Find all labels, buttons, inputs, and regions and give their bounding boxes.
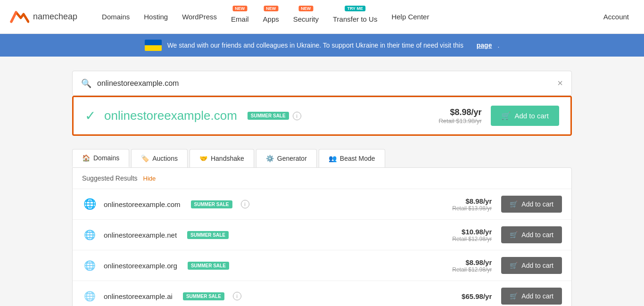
- featured-retail-price: Retail $13.98/yr: [438, 117, 481, 124]
- results-container: Suggested Results Hide 🌐 onlinestoreexam…: [72, 167, 572, 306]
- nav-item-hosting[interactable]: Hosting: [138, 9, 173, 25]
- info-icon-3[interactable]: i: [233, 292, 241, 300]
- result-price-0: $8.98/yr Retail $13.98/yr: [452, 197, 492, 212]
- cart-icon-1: 🛒: [510, 231, 518, 239]
- table-row: 🌐 onlinestoreexample.ai SUMMER SALE i $6…: [73, 281, 571, 306]
- nav-account-label: Account: [603, 13, 629, 21]
- retail-0: Retail $13.98/yr: [452, 205, 492, 212]
- add-to-cart-label-3: Add to cart: [521, 292, 553, 300]
- search-area: 🔍 onlinestoreexample.com × ✓ onlinestore…: [72, 71, 572, 136]
- tab-beast-mode-icon: 👥: [329, 155, 337, 162]
- result-domain-1: onlinestoreexample.net SUMMER SALE: [104, 231, 452, 239]
- nav-item-wordpress[interactable]: WordPress: [176, 9, 223, 25]
- price-1: $10.98/yr: [452, 228, 492, 236]
- nav-item-apps[interactable]: NEW Apps: [257, 7, 285, 27]
- add-to-cart-label-0: Add to cart: [521, 200, 553, 208]
- ukraine-banner: We stand with our friends and colleagues…: [0, 34, 644, 57]
- flag-yellow: [145, 45, 162, 51]
- domain-icon-1: 🌐: [82, 227, 97, 242]
- tab-handshake[interactable]: 🤝 Handshake: [190, 149, 254, 167]
- tab-domains[interactable]: 🏠 Domains: [72, 149, 129, 167]
- retail-2: Retail $12.98/yr: [452, 266, 492, 273]
- featured-add-to-cart-label: Add to cart: [514, 112, 549, 120]
- tab-beast-mode[interactable]: 👥 Beast Mode: [319, 149, 385, 167]
- nav-apps-badge: NEW: [264, 6, 278, 11]
- domain-icon-0: 🌐: [82, 197, 97, 212]
- price-2: $8.98/yr: [452, 258, 492, 266]
- nav-item-domains[interactable]: Domains: [96, 9, 135, 25]
- hide-results-button[interactable]: Hide: [143, 175, 156, 182]
- domain-name-0: onlinestoreexample.com: [104, 200, 181, 208]
- nav-menu: Domains Hosting WordPress NEW Email NEW …: [96, 7, 598, 27]
- featured-domain-name: onlinestoreexample.com: [104, 108, 242, 123]
- search-icon: 🔍: [81, 78, 91, 89]
- tab-generator-label: Generator: [277, 155, 307, 162]
- nav-apps-label: Apps: [263, 15, 279, 23]
- nav-transfer-badge: TRY ME: [345, 6, 365, 11]
- retail-1: Retail $12.98/yr: [452, 236, 492, 242]
- nav-wordpress-label: WordPress: [182, 13, 217, 21]
- cart-icon-0: 🛒: [510, 200, 518, 208]
- tab-auctions-label: Auctions: [152, 155, 178, 162]
- nav-email-label: Email: [231, 15, 249, 23]
- tabs-bar: 🏠 Domains 🏷️ Auctions 🤝 Handshake ⚙️ Gen…: [72, 149, 572, 167]
- nav-security-badge: NEW: [298, 6, 313, 11]
- result-domain-0: onlinestoreexample.com SUMMER SALE i: [104, 200, 452, 208]
- featured-price-block: $8.98/yr Retail $13.98/yr: [438, 108, 481, 124]
- tab-generator[interactable]: ⚙️ Generator: [256, 149, 317, 167]
- tab-handshake-icon: 🤝: [199, 155, 207, 162]
- logo[interactable]: namecheap: [9, 8, 77, 25]
- suggested-results-label: Suggested Results: [82, 174, 138, 182]
- add-to-cart-button-2[interactable]: 🛒 Add to cart: [501, 257, 562, 274]
- domain-name-3: onlinestoreexample.ai: [104, 292, 173, 300]
- domain-icon-2: 🌐: [82, 258, 97, 273]
- info-icon-0[interactable]: i: [241, 200, 249, 208]
- nav-hosting-label: Hosting: [144, 13, 168, 21]
- featured-sale-badge: SUMMER SALE: [248, 112, 289, 120]
- tab-domains-label: Domains: [93, 154, 119, 162]
- nav-item-security[interactable]: NEW Security: [288, 7, 324, 27]
- add-to-cart-button-0[interactable]: 🛒 Add to cart: [501, 196, 562, 213]
- nav-item-transfer[interactable]: TRY ME Transfer to Us: [327, 7, 383, 27]
- add-to-cart-button-1[interactable]: 🛒 Add to cart: [501, 226, 562, 243]
- featured-info-icon[interactable]: i: [293, 112, 301, 120]
- search-clear-button[interactable]: ×: [557, 78, 563, 89]
- table-row: 🌐 onlinestoreexample.com SUMMER SALE i $…: [73, 189, 571, 220]
- nav-domains-label: Domains: [102, 13, 130, 21]
- results-header: Suggested Results Hide: [73, 168, 571, 189]
- featured-price: $8.98/yr: [438, 108, 481, 117]
- price-3: $65.98/yr: [462, 292, 492, 300]
- table-row: 🌐 onlinestoreexample.org SUMMER SALE $8.…: [73, 250, 571, 281]
- sale-badge-0: SUMMER SALE: [191, 200, 232, 208]
- featured-add-to-cart-button[interactable]: 🛒 Add to cart: [491, 106, 559, 126]
- nav-security-label: Security: [293, 15, 319, 23]
- tab-auctions-icon: 🏷️: [141, 155, 149, 162]
- search-query: onlinestoreexample.com: [97, 79, 557, 88]
- cart-icon-3: 🛒: [510, 292, 518, 300]
- add-to-cart-label-2: Add to cart: [521, 262, 553, 269]
- result-domain-3: onlinestoreexample.ai SUMMER SALE i: [104, 292, 462, 300]
- domain-name-2: onlinestoreexample.org: [104, 262, 177, 270]
- result-price-1: $10.98/yr Retail $12.98/yr: [452, 228, 492, 242]
- add-to-cart-button-3[interactable]: 🛒 Add to cart: [501, 288, 562, 305]
- add-to-cart-label-1: Add to cart: [521, 231, 553, 239]
- sale-badge-1: SUMMER SALE: [187, 231, 229, 239]
- tab-auctions[interactable]: 🏷️ Auctions: [131, 149, 188, 167]
- domain-name-1: onlinestoreexample.net: [104, 231, 177, 239]
- nav-item-help[interactable]: Help Center: [386, 9, 435, 25]
- sale-badge-3: SUMMER SALE: [183, 292, 224, 300]
- ukraine-banner-link[interactable]: page: [477, 41, 492, 49]
- table-row: 🌐 onlinestoreexample.net SUMMER SALE $10…: [73, 220, 571, 250]
- featured-result: ✓ onlinestoreexample.com SUMMER SALE i $…: [72, 96, 572, 136]
- domain-icon-3: 🌐: [82, 289, 97, 304]
- result-price-2: $8.98/yr Retail $12.98/yr: [452, 258, 492, 273]
- search-box: 🔍 onlinestoreexample.com ×: [72, 71, 572, 96]
- tab-domains-icon: 🏠: [82, 154, 90, 162]
- tab-beast-mode-label: Beast Mode: [340, 155, 375, 162]
- nav-account[interactable]: Account: [598, 9, 635, 25]
- sale-badge-2: SUMMER SALE: [188, 262, 229, 270]
- nav-item-email[interactable]: NEW Email: [225, 7, 255, 27]
- namecheap-logo-icon: [9, 8, 29, 25]
- result-price-3: $65.98/yr: [462, 292, 492, 300]
- cart-icon-2: 🛒: [510, 262, 518, 269]
